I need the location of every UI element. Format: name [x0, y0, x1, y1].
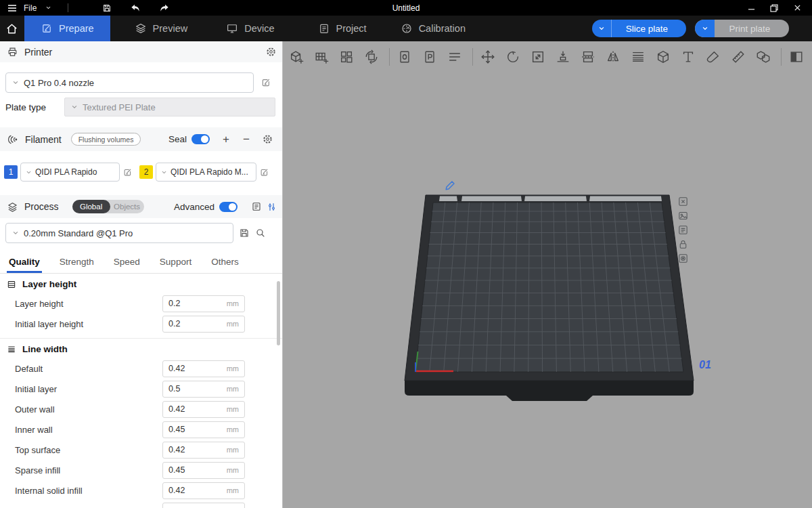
plate-lock-icon[interactable] [677, 238, 689, 250]
layer-height-input[interactable]: 0.2 mm [162, 295, 245, 312]
printer-preset-select[interactable]: Q1 Pro 0.4 nozzle [5, 72, 254, 93]
save-icon[interactable] [100, 2, 114, 14]
text-list-icon[interactable] [445, 48, 464, 66]
process-tabs: Quality Strength Speed Support Others [0, 249, 282, 274]
undo-icon[interactable] [129, 2, 143, 14]
sidebar-scrollbar-thumb[interactable] [277, 281, 280, 345]
plate-name-icon[interactable] [677, 224, 689, 236]
line-width-initial-layer-input[interactable]: 0.5 mm [162, 381, 245, 398]
line-width-outer-wall-input[interactable]: 0.42 mm [162, 401, 245, 418]
paint-tool-icon[interactable] [704, 48, 722, 66]
slice-plate-button[interactable]: Slice plate [592, 20, 686, 37]
tab-others[interactable]: Others [210, 251, 240, 273]
print-options-chevron-icon[interactable] [695, 20, 715, 37]
lay-on-face-icon[interactable] [554, 48, 572, 66]
plate-delete-icon[interactable] [677, 196, 689, 207]
line-width-inner-wall-input[interactable]: 0.45 mm [162, 421, 245, 438]
add-model-icon[interactable] [287, 48, 305, 66]
scale-tool-icon[interactable] [528, 48, 547, 66]
text-tool-icon[interactable] [679, 48, 697, 66]
filament-1-edit-icon[interactable] [122, 167, 133, 177]
tab-prepare[interactable]: Prepare [24, 16, 110, 41]
filament-1-select[interactable]: QIDI PLA Rapido [20, 163, 120, 182]
scope-global-option[interactable]: Global [72, 200, 110, 213]
split-view-icon[interactable] [787, 48, 805, 66]
plate-image-icon[interactable] [677, 210, 689, 221]
filament-1-badge[interactable]: 1 [4, 165, 18, 179]
process-scope-switch[interactable]: Global Objects [72, 200, 144, 213]
orient-doc-icon[interactable] [395, 48, 413, 66]
3d-viewport[interactable]: 01 [283, 41, 812, 508]
tab-device[interactable]: Device [226, 16, 274, 41]
line-width-sparse-infill-input[interactable]: 0.45 mm [162, 462, 245, 479]
advanced-toggle[interactable] [219, 202, 238, 212]
group-header-line-width: Line width [0, 338, 282, 358]
build-plate[interactable] [283, 41, 812, 508]
layer-height-group-icon [7, 280, 16, 289]
print-plate-button[interactable]: Print plate [695, 20, 789, 37]
move-tool-icon[interactable] [478, 48, 497, 66]
tab-speed[interactable]: Speed [113, 251, 141, 273]
add-plate-icon[interactable] [312, 48, 330, 66]
preset-compare-icon[interactable] [267, 202, 277, 212]
redo-icon[interactable] [157, 2, 171, 14]
line-width-top-surface-input[interactable]: 0.42 mm [162, 442, 245, 459]
mesh-edit-icon[interactable] [654, 48, 672, 66]
save-preset-icon[interactable] [239, 228, 250, 238]
tab-quality[interactable]: Quality [8, 251, 41, 273]
process-section-title: Process [24, 201, 59, 212]
cut-tool-icon[interactable] [579, 48, 597, 66]
settings-list-icon[interactable] [251, 201, 262, 212]
param-label: Initial layer [15, 384, 57, 394]
minimize-button[interactable] [744, 2, 758, 14]
line-width-default-input[interactable]: 0.42 mm [162, 360, 245, 377]
param-label: Sparse infill [15, 465, 60, 475]
advanced-label: Advanced [174, 202, 215, 212]
add-filament-button[interactable]: + [221, 133, 231, 145]
flushing-volumes-button[interactable]: Flushing volumes [71, 133, 141, 146]
variable-layer-height-icon[interactable] [629, 48, 647, 66]
printer-settings-gear-icon[interactable] [265, 46, 277, 58]
close-button[interactable] [790, 2, 804, 14]
plate-edit-pencil-icon[interactable] [446, 182, 454, 190]
tab-support[interactable]: Support [159, 251, 192, 273]
maximize-button[interactable] [767, 2, 781, 14]
tab-project[interactable]: Project [318, 16, 367, 41]
filament-2-select[interactable]: QIDI PLA Rapido M... [156, 163, 256, 182]
tab-project-label: Project [336, 23, 367, 34]
measure-tool-icon[interactable] [729, 48, 747, 66]
remove-filament-button[interactable]: − [241, 133, 252, 145]
filament-settings-gear-icon[interactable] [262, 133, 273, 145]
filament-2-edit-icon[interactable] [259, 167, 269, 177]
search-icon[interactable] [255, 228, 266, 238]
slice-options-chevron-icon[interactable] [592, 20, 612, 37]
tab-calibration[interactable]: Calibration [401, 16, 466, 41]
param-unit: mm [227, 425, 239, 433]
assembly-tool-icon[interactable] [754, 48, 772, 66]
line-width-internal-solid-infill-input[interactable]: 0.42 mm [162, 482, 245, 499]
tab-preview[interactable]: Preview [135, 16, 188, 41]
initial-layer-height-input[interactable]: 0.2 mm [162, 316, 245, 333]
file-menu[interactable]: File [24, 3, 37, 13]
project-doc-icon[interactable] [420, 48, 438, 66]
param-label: Layer height [15, 299, 64, 309]
seal-toggle[interactable] [191, 134, 210, 144]
scope-objects-option[interactable]: Objects [110, 203, 144, 211]
param-unit: mm [227, 486, 239, 494]
plate-type-value: Textured PEI Plate [83, 102, 156, 112]
param-input[interactable] [162, 503, 245, 508]
home-button[interactable] [0, 16, 23, 41]
printer-edit-icon[interactable] [261, 77, 271, 88]
tab-strength[interactable]: Strength [59, 251, 95, 273]
file-menu-chevron-icon[interactable] [41, 2, 55, 14]
process-preset-select[interactable]: 0.20mm Standard @Q1 Pro [5, 223, 233, 243]
rotate-tool-icon[interactable] [503, 48, 522, 66]
auto-arrange-icon[interactable] [337, 48, 355, 66]
plate-camera-icon[interactable] [677, 253, 689, 264]
hamburger-menu-icon[interactable] [5, 2, 19, 14]
filament-2-badge[interactable]: 2 [139, 165, 153, 179]
printer-icon [7, 46, 18, 58]
mirror-tool-icon[interactable] [604, 48, 622, 66]
plate-type-select[interactable]: Textured PEI Plate [64, 98, 275, 117]
auto-orient-icon[interactable] [362, 48, 380, 66]
